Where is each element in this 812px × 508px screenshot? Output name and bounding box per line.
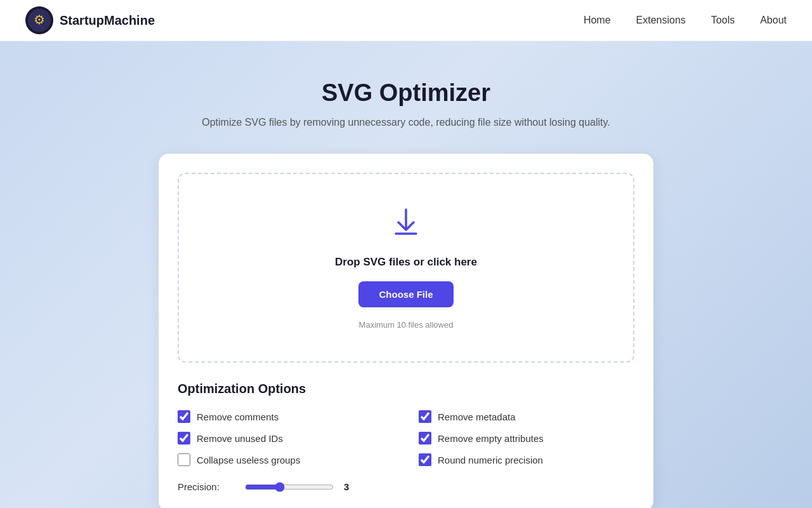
- option-remove-unused-ids: Remove unused IDs: [178, 432, 393, 444]
- option-collapse-groups: Collapse useless groups: [178, 453, 393, 466]
- options-title: Optimization Options: [178, 382, 634, 396]
- label-round-numeric[interactable]: Round numeric precision: [438, 455, 543, 465]
- label-remove-unused-ids[interactable]: Remove unused IDs: [197, 433, 283, 444]
- option-round-numeric: Round numeric precision: [419, 453, 634, 466]
- checkbox-remove-metadata[interactable]: [419, 410, 431, 423]
- label-remove-metadata[interactable]: Remove metadata: [438, 411, 516, 422]
- label-remove-comments[interactable]: Remove comments: [197, 411, 278, 422]
- dropzone[interactable]: Drop SVG files or click here Choose File…: [178, 173, 634, 363]
- nav-tools[interactable]: Tools: [711, 15, 735, 25]
- checkbox-remove-comments[interactable]: [178, 410, 190, 423]
- page-subtitle: Optimize SVG files by removing unnecessa…: [202, 117, 610, 128]
- main-card: Drop SVG files or click here Choose File…: [159, 154, 653, 508]
- option-remove-metadata: Remove metadata: [419, 410, 634, 423]
- optimization-options: Optimization Options Remove comments Rem…: [178, 382, 634, 492]
- checkbox-remove-empty-attrs[interactable]: [419, 432, 431, 444]
- precision-value: 3: [344, 481, 349, 492]
- checkbox-remove-unused-ids[interactable]: [178, 432, 190, 444]
- dropzone-hint: Maximum 10 files allowed: [359, 320, 454, 330]
- nav-about[interactable]: About: [760, 15, 787, 25]
- brand: ⚙ StartupMachine: [25, 6, 155, 34]
- option-remove-comments: Remove comments: [178, 410, 393, 423]
- page-title: SVG Optimizer: [322, 79, 490, 107]
- label-collapse-groups[interactable]: Collapse useless groups: [197, 455, 300, 465]
- option-remove-empty-attrs: Remove empty attributes: [419, 432, 634, 444]
- checkbox-round-numeric[interactable]: [419, 453, 431, 466]
- nav-home[interactable]: Home: [584, 15, 611, 25]
- nav-extensions[interactable]: Extensions: [636, 15, 686, 25]
- brand-icon: ⚙: [25, 6, 53, 34]
- choose-file-button[interactable]: Choose File: [358, 281, 453, 307]
- dropzone-label: Drop SVG files or click here: [335, 256, 477, 269]
- precision-row: Precision: 3: [178, 481, 634, 492]
- brand-name: StartupMachine: [60, 13, 155, 28]
- upload-icon: [390, 206, 422, 243]
- label-remove-empty-attrs[interactable]: Remove empty attributes: [438, 433, 544, 444]
- precision-slider[interactable]: [245, 482, 334, 492]
- checkbox-collapse-groups[interactable]: [178, 453, 190, 466]
- precision-label: Precision:: [178, 481, 235, 492]
- svg-text:⚙: ⚙: [34, 13, 45, 27]
